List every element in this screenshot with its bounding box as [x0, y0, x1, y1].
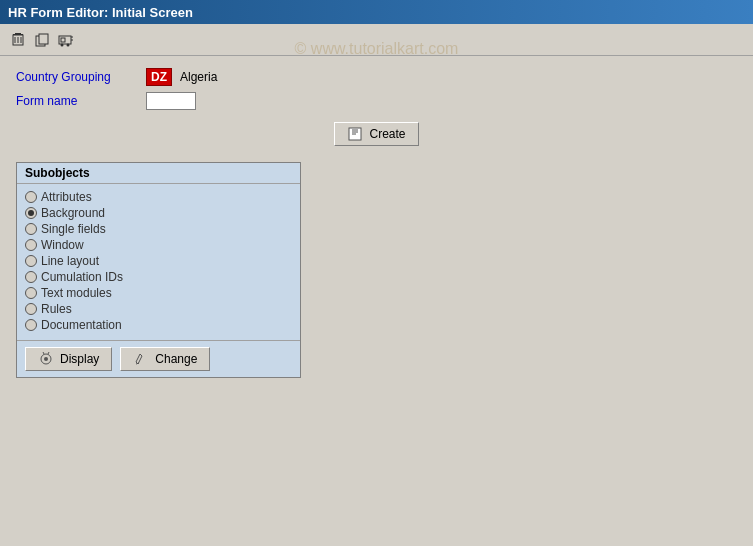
subobject-label: Single fields — [41, 222, 106, 236]
svg-point-11 — [67, 43, 70, 46]
change-button[interactable]: Change — [120, 347, 210, 371]
form-name-label: Form name — [16, 94, 146, 108]
toolbar — [0, 24, 753, 56]
subobject-item[interactable]: Attributes — [25, 190, 292, 204]
transport-icon[interactable] — [56, 30, 76, 50]
radio-button[interactable] — [25, 255, 37, 267]
subobject-item[interactable]: Cumulation IDs — [25, 270, 292, 284]
radio-button[interactable] — [25, 287, 37, 299]
svg-point-19 — [44, 357, 48, 361]
radio-button[interactable] — [25, 239, 37, 251]
subobject-label: Attributes — [41, 190, 92, 204]
copy-icon[interactable] — [32, 30, 52, 50]
svg-line-20 — [43, 352, 44, 354]
subobject-item[interactable]: Window — [25, 238, 292, 252]
create-button[interactable]: Create — [334, 122, 418, 146]
subobject-item[interactable]: Rules — [25, 302, 292, 316]
create-icon — [347, 126, 363, 142]
display-icon — [38, 351, 54, 367]
country-grouping-row: Country Grouping DZ Algeria — [16, 68, 737, 86]
subobject-item[interactable]: Line layout — [25, 254, 292, 268]
subobject-label: Cumulation IDs — [41, 270, 123, 284]
create-button-label: Create — [369, 127, 405, 141]
create-button-row: Create — [16, 122, 737, 146]
subobject-item[interactable]: Documentation — [25, 318, 292, 332]
radio-button[interactable] — [25, 319, 37, 331]
subobject-label: Window — [41, 238, 84, 252]
country-name-text: Algeria — [180, 70, 217, 84]
svg-rect-7 — [39, 34, 48, 44]
title-text: HR Form Editor: Initial Screen — [8, 5, 193, 20]
subobject-label: Text modules — [41, 286, 112, 300]
svg-rect-9 — [61, 38, 65, 42]
subobject-label: Background — [41, 206, 105, 220]
country-code-field[interactable]: DZ — [146, 68, 172, 86]
svg-rect-1 — [15, 33, 21, 34]
radio-button[interactable] — [25, 223, 37, 235]
subobject-item[interactable]: Background — [25, 206, 292, 220]
subobject-label: Line layout — [41, 254, 99, 268]
subobject-item[interactable]: Text modules — [25, 286, 292, 300]
delete-icon[interactable] — [8, 30, 28, 50]
subobject-label: Documentation — [41, 318, 122, 332]
radio-button[interactable] — [25, 271, 37, 283]
title-bar: HR Form Editor: Initial Screen — [0, 0, 753, 24]
display-button[interactable]: Display — [25, 347, 112, 371]
radio-button[interactable] — [25, 303, 37, 315]
svg-line-21 — [48, 352, 49, 354]
radio-button[interactable] — [25, 207, 37, 219]
subobject-label: Rules — [41, 302, 72, 316]
country-grouping-label: Country Grouping — [16, 70, 146, 84]
subobject-item[interactable]: Single fields — [25, 222, 292, 236]
main-content: Country Grouping DZ Algeria Form name Cr… — [0, 56, 753, 390]
form-name-row: Form name — [16, 92, 737, 110]
form-name-input[interactable] — [146, 92, 196, 110]
display-button-label: Display — [60, 352, 99, 366]
subobjects-panel: Subobjects AttributesBackgroundSingle fi… — [16, 162, 301, 378]
change-icon — [133, 351, 149, 367]
svg-point-10 — [61, 43, 64, 46]
subobjects-footer: Display Change — [17, 340, 300, 377]
subobjects-title: Subobjects — [17, 163, 300, 184]
subobjects-list: AttributesBackgroundSingle fieldsWindowL… — [17, 184, 300, 340]
radio-button[interactable] — [25, 191, 37, 203]
change-button-label: Change — [155, 352, 197, 366]
